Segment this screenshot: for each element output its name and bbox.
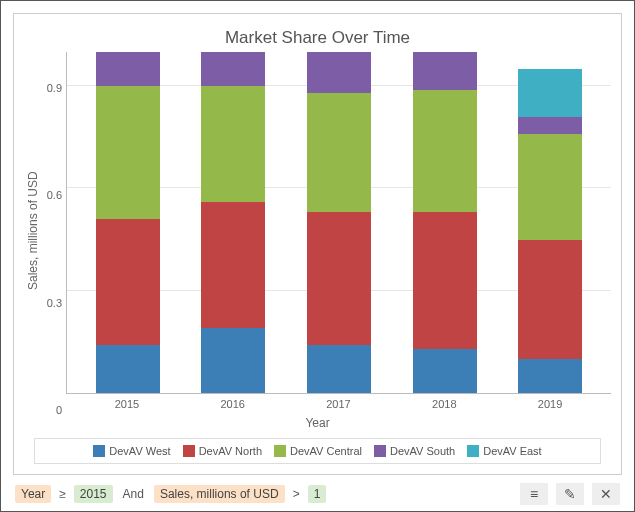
filter-join[interactable]: And [119, 487, 148, 501]
bar-segment [201, 202, 265, 328]
bar-segment [518, 240, 582, 359]
legend-swatch [467, 445, 479, 457]
legend-item[interactable]: DevAV North [183, 445, 262, 457]
bar-segment [201, 52, 265, 86]
x-tick: 2019 [518, 398, 582, 410]
bar-segment [413, 349, 477, 393]
x-tick: 2018 [412, 398, 476, 410]
legend-swatch [374, 445, 386, 457]
bar-segment [201, 328, 265, 393]
x-tick: 2017 [306, 398, 370, 410]
chart-panel: Market Share Over Time Sales, millions o… [13, 13, 622, 475]
legend-label: DevAV North [199, 445, 262, 457]
bar-segment [518, 117, 582, 134]
y-tick: 0.9 [47, 82, 62, 94]
bars-container [67, 52, 611, 393]
legend-item[interactable]: DevAV South [374, 445, 455, 457]
bar-segment [201, 86, 265, 202]
filter-field[interactable]: Year [15, 485, 51, 503]
clear-filter-button[interactable]: ✕ [592, 483, 620, 505]
y-tick: 0.6 [47, 189, 62, 201]
filter-operator[interactable]: ≥ [57, 487, 68, 501]
x-tick: 2016 [201, 398, 265, 410]
filter-value[interactable]: 2015 [74, 485, 113, 503]
bar-segment [307, 212, 371, 345]
legend-item[interactable]: DevAV Central [274, 445, 362, 457]
bar-segment [518, 69, 582, 117]
bar-segment [96, 345, 160, 393]
legend-label: DevAV Central [290, 445, 362, 457]
y-tick: 0 [56, 404, 62, 416]
legend-swatch [183, 445, 195, 457]
plot-row: Sales, millions of USD 00.30.60.9 201520… [24, 52, 611, 410]
x-axis: 20152016201720182019 [66, 394, 611, 410]
chart-title: Market Share Over Time [24, 28, 611, 48]
legend-item[interactable]: DevAV West [93, 445, 170, 457]
bar-segment [307, 52, 371, 93]
bar-segment [307, 93, 371, 212]
filter-value[interactable]: 1 [308, 485, 327, 503]
bar-segment [518, 134, 582, 240]
bar-segment [96, 86, 160, 219]
legend-label: DevAV West [109, 445, 170, 457]
legend-swatch [274, 445, 286, 457]
edit-filter-button[interactable]: ✎ [556, 483, 584, 505]
filter-field[interactable]: Sales, millions of USD [154, 485, 285, 503]
legend-label: DevAV East [483, 445, 542, 457]
x-axis-label: Year [24, 416, 611, 430]
y-axis-label: Sales, millions of USD [24, 52, 42, 410]
window: Market Share Over Time Sales, millions o… [0, 0, 635, 512]
legend-label: DevAV South [390, 445, 455, 457]
filter-bar: Year ≥ 2015 And Sales, millions of USD >… [13, 475, 622, 507]
legend: DevAV WestDevAV NorthDevAV CentralDevAV … [34, 438, 601, 464]
filter-panel-button[interactable]: ≡ [520, 483, 548, 505]
bar-segment [413, 52, 477, 90]
bar-segment [518, 359, 582, 393]
legend-item[interactable]: DevAV East [467, 445, 542, 457]
legend-swatch [93, 445, 105, 457]
bar-segment [413, 212, 477, 348]
bar-segment [307, 345, 371, 393]
bar-segment [96, 52, 160, 86]
y-tick: 0.3 [47, 297, 62, 309]
y-axis: 00.30.60.9 [42, 52, 66, 410]
filter-operator[interactable]: > [291, 487, 302, 501]
x-tick: 2015 [95, 398, 159, 410]
bar-segment [96, 219, 160, 345]
bar-segment [413, 90, 477, 213]
plot-area [66, 52, 611, 394]
